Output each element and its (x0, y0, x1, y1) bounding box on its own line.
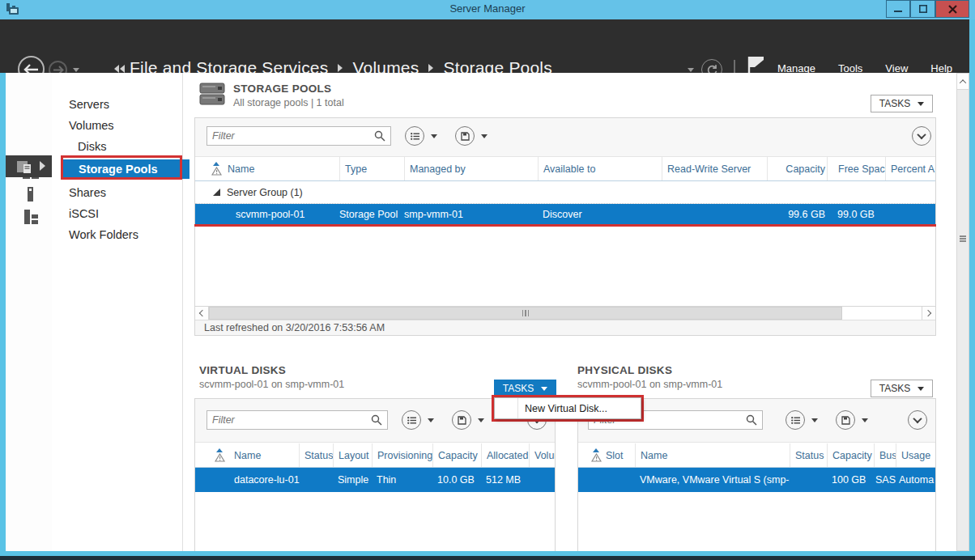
horizontal-scrollbar[interactable] (195, 306, 935, 320)
titlebar[interactable]: Server Manager (0, 0, 975, 19)
local-server-icon[interactable] (23, 187, 39, 202)
view-options-button[interactable] (405, 126, 424, 146)
view-options-button[interactable] (402, 410, 421, 430)
sidebar-item-iscsi[interactable]: iSCSI (52, 203, 182, 224)
save-query-button[interactable] (452, 410, 471, 430)
history-dropdown-caret-icon[interactable] (73, 68, 79, 72)
menu-item-new-virtual-disk[interactable]: New Virtual Disk... (518, 403, 607, 414)
column-header-percent-allocated[interactable]: Percent A (885, 157, 935, 180)
cell-pool-capacity: 99.6 GB (767, 209, 827, 220)
scroll-left-button[interactable] (195, 307, 209, 320)
cell-vd-capacity: 10.0 GB (432, 474, 481, 486)
maximize-button[interactable] (910, 0, 935, 18)
virtual-disks-title: VIRTUAL DISKS (199, 364, 344, 376)
scroll-right-button[interactable] (922, 307, 935, 320)
column-header-available-to[interactable]: Available to (538, 157, 662, 180)
physical-disks-collapse-button[interactable] (908, 410, 927, 430)
chevron-down-icon (917, 130, 926, 139)
cell-pool-type: Storage Pool (339, 209, 404, 220)
column-header-free-space[interactable]: Free Space (827, 157, 885, 180)
column-header-status[interactable]: Status (790, 443, 827, 467)
server-group-label: Server Group (1) (227, 187, 303, 198)
search-icon (746, 414, 757, 426)
save-query-caret-icon[interactable] (478, 418, 484, 422)
column-header-name[interactable]: Name (228, 157, 339, 180)
view-options-caret-icon[interactable] (431, 134, 437, 138)
column-header-bus[interactable]: Bus (874, 443, 896, 467)
sidebar-item-disks[interactable]: Disks (52, 136, 182, 157)
sidebar-item-volumes[interactable]: Volumes (52, 115, 182, 136)
sidebar-item-work-folders[interactable]: Work Folders (52, 224, 182, 245)
server-group-row[interactable]: Server Group (1) (195, 181, 935, 204)
window-border-left (0, 73, 6, 556)
storage-pools-subtitle: All storage pools | 1 total (233, 97, 344, 108)
chevron-up-icon (960, 79, 966, 86)
storage-pools-table-header: Name Type Managed by Available to Read-W… (195, 157, 935, 181)
storage-pools-filter[interactable] (206, 126, 391, 146)
column-header-capacity[interactable]: Capacity (767, 157, 827, 180)
column-header-read-write-server[interactable]: Read-Write Server (662, 157, 767, 180)
storage-pool-row[interactable]: scvmm-pool-01 Storage Pool smp-vmm-01 Di… (195, 204, 935, 225)
maximize-icon (919, 5, 927, 13)
horizontal-scrollbar-thumb[interactable] (209, 307, 842, 320)
physical-disk-row[interactable]: VMware, VMware Virtual S (smp-s... 100 G… (578, 468, 935, 492)
cell-vd-provisioning: Thin (372, 474, 432, 486)
sidebar-icon-strip (6, 73, 52, 551)
minimize-button[interactable] (886, 0, 910, 18)
column-header-capacity[interactable]: Capacity (432, 443, 481, 467)
breadcrumb-dropdown-caret-icon[interactable] (688, 68, 694, 72)
storage-pools-filter-input[interactable] (207, 130, 374, 142)
virtual-disks-filter-input[interactable] (207, 414, 371, 426)
column-header-name[interactable]: Name (234, 443, 299, 467)
virtual-disk-row[interactable]: datacore-lu-01 Simple Thin 10.0 GB 512 M… (195, 468, 555, 492)
vertical-scrollbar[interactable] (956, 73, 969, 551)
sort-ascending-icon (216, 448, 223, 452)
group-expander-icon[interactable] (213, 189, 220, 196)
annotation-box-new-virtual-disk: New Virtual Disk... (492, 395, 644, 422)
list-icon (407, 417, 416, 424)
file-storage-services-icon (17, 159, 35, 174)
view-options-caret-icon[interactable] (811, 418, 818, 422)
save-query-button[interactable] (836, 410, 855, 430)
sort-column-header[interactable] (205, 448, 234, 462)
virtual-disks-filter[interactable] (206, 410, 388, 430)
vertical-scrollbar-grip[interactable] (960, 235, 966, 242)
save-query-caret-icon[interactable] (862, 418, 868, 422)
storage-pools-tasks-button[interactable]: TASKS (871, 95, 933, 112)
save-query-button[interactable] (455, 126, 475, 146)
column-header-managed-by[interactable]: Managed by (404, 157, 538, 180)
sidebar-item-servers[interactable]: Servers (52, 94, 182, 115)
column-header-status[interactable]: Status (299, 443, 333, 467)
column-header-provisioning[interactable]: Provisioning (372, 443, 432, 467)
column-header-type[interactable]: Type (339, 157, 404, 180)
view-options-button[interactable] (786, 410, 805, 430)
sort-ascending-icon (213, 162, 219, 166)
column-header-name[interactable]: Name (635, 443, 790, 467)
scroll-up-button[interactable] (957, 74, 969, 90)
storage-pools-icon (199, 80, 227, 108)
column-header-capacity[interactable]: Capacity (827, 443, 874, 467)
column-header-layout[interactable]: Layout (333, 443, 372, 467)
column-header-slot[interactable]: Slot (604, 443, 635, 467)
column-header-usage[interactable]: Usage (896, 443, 935, 467)
close-button[interactable] (935, 0, 969, 18)
floppy-disk-icon (461, 132, 470, 141)
sidebar-item-shares[interactable]: Shares (52, 182, 182, 203)
cell-pool-available-to: Discover (538, 209, 662, 220)
breadcrumb-collapse-icon[interactable] (114, 65, 125, 73)
save-query-caret-icon[interactable] (481, 134, 487, 138)
column-header-allocated[interactable]: Allocated (481, 443, 529, 467)
storage-pools-tile: Name Type Managed by Available to Read-W… (194, 117, 936, 336)
window-title: Server Manager (0, 2, 975, 15)
physical-disks-subtitle: scvmm-pool-01 on smp-vmm-01 (577, 379, 722, 390)
all-servers-icon[interactable] (23, 210, 39, 224)
view-options-caret-icon[interactable] (428, 418, 434, 422)
cell-pd-usage: Automa (896, 474, 935, 486)
sort-column-header[interactable] (588, 448, 604, 462)
column-header-volume[interactable]: Volun (529, 443, 555, 467)
alert-column-icon (215, 453, 225, 462)
storage-pools-collapse-button[interactable] (912, 126, 931, 146)
annotation-box-storage-pools (61, 155, 182, 180)
physical-disks-tasks-button[interactable]: TASKS (871, 380, 933, 397)
sort-column-header[interactable] (205, 162, 228, 176)
